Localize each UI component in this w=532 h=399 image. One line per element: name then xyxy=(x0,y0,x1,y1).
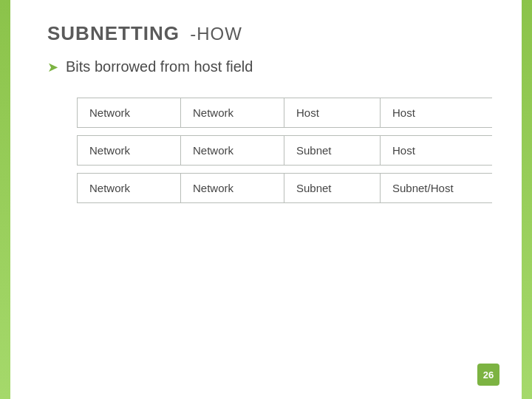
title-suffix: -How xyxy=(190,24,242,44)
row2-cell1: Network xyxy=(78,136,181,165)
left-border-strip xyxy=(0,0,10,399)
row1-cell1: Network xyxy=(78,98,181,127)
row3-cell3: Subnet xyxy=(284,174,381,202)
subnetting-table: Network Network Host Host Network Networ… xyxy=(77,98,492,203)
page-title: Subnetting -How xyxy=(47,22,492,45)
subtitle: ➤ Bits borrowed from host field xyxy=(47,58,492,75)
row1-cell4: Host xyxy=(381,98,499,127)
table-row: Network Network Subnet Subnet/Host xyxy=(77,173,492,203)
row2-cell4: Host xyxy=(381,136,499,165)
row1-cell3: Host xyxy=(284,98,381,127)
right-border-strip xyxy=(522,0,532,399)
table-row: Network Network Host Host xyxy=(77,98,492,128)
row2-cell3: Subnet xyxy=(284,136,381,165)
title-text: Subnetting xyxy=(47,22,180,44)
row3-cell4: Subnet/Host xyxy=(381,174,499,202)
row1-cell2: Network xyxy=(181,98,284,127)
row3-cell2: Network xyxy=(181,174,284,202)
main-content: Subnetting -How ➤ Bits borrowed from hos… xyxy=(10,0,522,399)
row3-cell1: Network xyxy=(78,174,181,202)
table-row: Network Network Subnet Host xyxy=(77,135,492,166)
subtitle-text: Bits borrowed from host field xyxy=(66,58,253,75)
row2-cell2: Network xyxy=(181,136,284,165)
bullet-icon: ➤ xyxy=(47,59,58,75)
page-number: 26 xyxy=(477,364,499,386)
